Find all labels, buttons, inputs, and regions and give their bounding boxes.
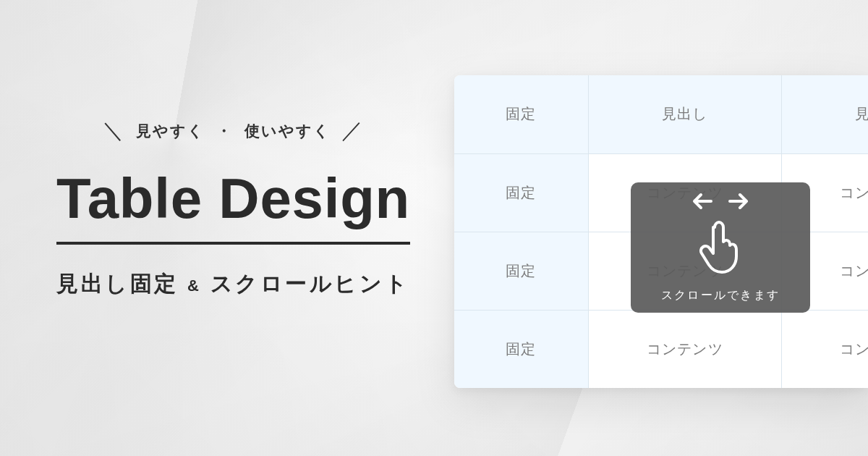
hint-arrows — [692, 193, 749, 213]
subtitle: 見出し固定 & スクロールヒント — [56, 269, 410, 299]
table-row: 固定 コンテンツ コンテンツ — [454, 310, 868, 388]
row-header: 固定 — [454, 232, 588, 310]
row-header: 固定 — [454, 153, 588, 232]
tagline-text-b: 使いやすく — [244, 121, 331, 141]
slash-right-icon: ／ — [341, 116, 365, 145]
fixed-col-header: 固定 — [454, 75, 588, 153]
hand-swipe-icon — [697, 219, 744, 278]
tagline-text-a: 見やすく — [136, 121, 205, 141]
col-header: 見出し — [588, 75, 781, 153]
arrow-left-icon — [692, 193, 712, 213]
row-header: 固定 — [454, 310, 588, 388]
main-title: Table Design — [56, 166, 410, 245]
table-header-row: 固定 見出し 見出し — [454, 75, 868, 153]
slash-left-icon: ＼ — [102, 116, 125, 145]
subtitle-part-b: スクロールヒント — [210, 269, 410, 299]
table-preview-card: 固定 見出し 見出し 固定 コンテンツ コンテンツ 固定 コンテンツ コンテンツ… — [454, 75, 868, 388]
table-cell: コンテンツ — [588, 310, 781, 388]
subtitle-ampersand: & — [187, 276, 202, 295]
table-cell: コンテンツ — [781, 310, 868, 388]
tagline-separator-dot: ・ — [216, 121, 233, 141]
hint-label: スクロールできます — [661, 288, 780, 303]
title-block: ＼ 見やすく ・ 使いやすく ／ Table Design 見出し固定 & スク… — [56, 116, 410, 299]
tagline: ＼ 見やすく ・ 使いやすく ／ — [56, 116, 410, 145]
scroll-hint-overlay: スクロールできます — [631, 182, 810, 313]
subtitle-part-a: 見出し固定 — [56, 269, 179, 299]
arrow-right-icon — [728, 193, 749, 213]
col-header: 見出し — [781, 75, 868, 153]
